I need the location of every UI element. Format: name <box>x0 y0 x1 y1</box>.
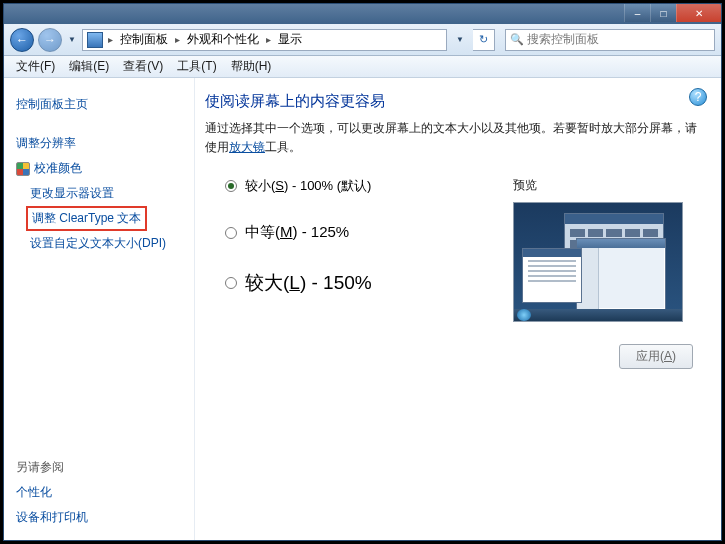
sidebar-cleartype[interactable]: 调整 ClearType 文本 <box>26 206 147 231</box>
radio-small[interactable] <box>225 180 237 192</box>
breadcrumb-arrow-icon[interactable]: ▸ <box>172 34 183 45</box>
breadcrumb-arrow-icon[interactable]: ▸ <box>105 34 116 45</box>
window: – □ ✕ ← → ▼ ▸ 控制面板 ▸ 外观和个性化 ▸ 显示 ▼ ↻ 🔍 搜… <box>3 3 722 541</box>
close-button[interactable]: ✕ <box>676 4 721 22</box>
option-small-label: 较小(S) - 100% (默认) <box>245 177 371 195</box>
magnifier-link[interactable]: 放大镜 <box>229 140 265 154</box>
body: 控制面板主页 调整分辨率 校准颜色 更改显示器设置 调整 ClearType 文… <box>4 78 721 540</box>
breadcrumb-appearance[interactable]: 外观和个性化 <box>185 31 261 48</box>
option-small[interactable]: 较小(S) - 100% (默认) <box>225 177 513 195</box>
menu-help[interactable]: 帮助(H) <box>225 58 278 75</box>
forward-button[interactable]: → <box>38 28 62 52</box>
sidebar-personalization[interactable]: 个性化 <box>16 480 188 505</box>
nav-history-dropdown[interactable]: ▼ <box>66 28 78 52</box>
preview-image <box>513 202 683 322</box>
shield-icon <box>16 162 30 176</box>
option-large-label: 较大(L) - 150% <box>245 270 372 296</box>
back-button[interactable]: ← <box>10 28 34 52</box>
sidebar-devices-printers[interactable]: 设备和打印机 <box>16 505 188 530</box>
sidebar-resolution[interactable]: 调整分辨率 <box>16 131 188 156</box>
breadcrumb-display[interactable]: 显示 <box>276 31 304 48</box>
page-title: 使阅读屏幕上的内容更容易 <box>205 92 703 111</box>
breadcrumb-dropdown[interactable]: ▼ <box>451 28 469 52</box>
desc-text-post: 工具。 <box>265 140 301 154</box>
minimize-button[interactable]: – <box>624 4 650 22</box>
breadcrumb-control-panel[interactable]: 控制面板 <box>118 31 170 48</box>
search-icon: 🔍 <box>510 33 524 46</box>
help-button[interactable]: ? <box>689 88 707 106</box>
radio-medium[interactable] <box>225 227 237 239</box>
search-input[interactable]: 🔍 搜索控制面板 <box>505 29 715 51</box>
content: ? 使阅读屏幕上的内容更容易 通过选择其中一个选项，可以更改屏幕上的文本大小以及… <box>194 78 721 540</box>
sidebar-calibrate-color[interactable]: 校准颜色 <box>34 156 82 181</box>
address-bar: ← → ▼ ▸ 控制面板 ▸ 外观和个性化 ▸ 显示 ▼ ↻ 🔍 搜索控制面板 <box>4 24 721 56</box>
preview-label: 预览 <box>513 177 703 194</box>
breadcrumb[interactable]: ▸ 控制面板 ▸ 外观和个性化 ▸ 显示 <box>82 29 447 51</box>
sidebar-home[interactable]: 控制面板主页 <box>16 92 188 117</box>
sidebar-dpi[interactable]: 设置自定义文本大小(DPI) <box>16 231 188 256</box>
page-description: 通过选择其中一个选项，可以更改屏幕上的文本大小以及其他项。若要暂时放大部分屏幕，… <box>205 119 703 157</box>
option-large[interactable]: 较大(L) - 150% <box>225 270 513 296</box>
control-panel-icon <box>87 32 103 48</box>
refresh-button[interactable]: ↻ <box>473 29 495 51</box>
menu-view[interactable]: 查看(V) <box>117 58 169 75</box>
search-placeholder: 搜索控制面板 <box>527 31 710 48</box>
titlebar: – □ ✕ <box>4 4 721 24</box>
menu-tools[interactable]: 工具(T) <box>171 58 222 75</box>
apply-button[interactable]: 应用(A) <box>619 344 693 369</box>
sidebar: 控制面板主页 调整分辨率 校准颜色 更改显示器设置 调整 ClearType 文… <box>4 78 194 540</box>
breadcrumb-arrow-icon[interactable]: ▸ <box>263 34 274 45</box>
menu-file[interactable]: 文件(F) <box>10 58 61 75</box>
option-medium-label: 中等(M) - 125% <box>245 223 349 242</box>
sidebar-display-settings[interactable]: 更改显示器设置 <box>16 181 188 206</box>
option-medium[interactable]: 中等(M) - 125% <box>225 223 513 242</box>
menu-edit[interactable]: 编辑(E) <box>63 58 115 75</box>
see-also-header: 另请参阅 <box>16 459 188 476</box>
radio-large[interactable] <box>225 277 237 289</box>
maximize-button[interactable]: □ <box>650 4 676 22</box>
menu-bar: 文件(F) 编辑(E) 查看(V) 工具(T) 帮助(H) <box>4 56 721 78</box>
size-options: 较小(S) - 100% (默认) 中等(M) - 125% 较大(L) - 1… <box>205 177 703 324</box>
